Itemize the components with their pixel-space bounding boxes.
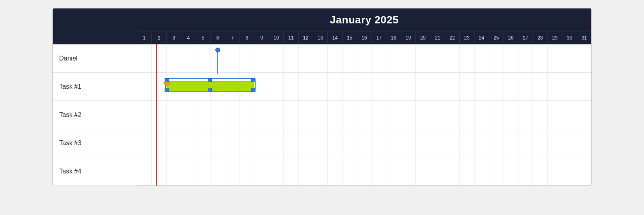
day-cell-2: 2 [152, 31, 166, 44]
day-cell-26: 26 [504, 31, 518, 44]
grid-cell-r1-d11 [284, 73, 298, 100]
day-cell-11: 11 [284, 31, 298, 44]
grid-cell-r3-d1 [137, 129, 152, 157]
grid-cell-r1-d1 [137, 73, 152, 100]
grid-cell-r0-d8 [240, 44, 254, 72]
grid-cell-r2-d31 [577, 101, 591, 129]
grid-cell-r3-d4 [181, 129, 196, 157]
grid-cell-r4-d18 [386, 157, 401, 185]
grid-cell-r4-d20 [416, 157, 430, 185]
day-cell-9: 9 [254, 31, 269, 44]
label-row-0: Daniel [53, 44, 137, 73]
grid-cell-r4-d7 [225, 157, 240, 185]
grid-cell-r3-d20 [416, 129, 430, 157]
grid-cell-r1-d14 [328, 73, 342, 100]
label-row-4: Task #4 [53, 157, 137, 186]
grid-cell-r0-d17 [372, 44, 386, 72]
grid-cell-r1-d27 [518, 73, 533, 100]
grid-cell-r0-d9 [254, 44, 269, 72]
grid-cell-r0-d15 [343, 44, 357, 72]
grid-cell-r0-d2 [152, 44, 166, 72]
grid-cell-r2-d17 [372, 101, 386, 129]
header-label-spacer [53, 8, 137, 44]
grid-cell-r3-d23 [460, 129, 474, 157]
day-cell-25: 25 [489, 31, 504, 44]
grid-cell-r2-d8 [240, 101, 254, 129]
grid-cell-r4-d1 [137, 157, 152, 185]
grid-cell-r3-d14 [328, 129, 342, 157]
grid-row-0 [137, 44, 591, 73]
grid-cell-r4-d2 [152, 157, 166, 185]
grid-cell-r4-d10 [269, 157, 284, 185]
grid-cell-r2-d19 [401, 101, 416, 129]
grid-cell-r2-d13 [313, 101, 328, 129]
day-cell-19: 19 [401, 31, 416, 44]
grid-cell-r4-d30 [562, 157, 577, 185]
grid-cell-r2-d2 [152, 101, 166, 129]
grid-cell-r0-d25 [489, 44, 504, 72]
sq-left-bottom[interactable] [165, 88, 169, 92]
grid-cell-r2-d30 [562, 101, 577, 129]
sq-mid-bottom[interactable] [208, 88, 212, 92]
grid-cell-r4-d27 [518, 157, 533, 185]
grid-cell-r2-d23 [460, 101, 474, 129]
sq-right-bottom[interactable] [251, 88, 255, 92]
grid-cell-r0-d23 [460, 44, 474, 72]
sq-mid-top[interactable] [208, 78, 212, 82]
gantt-header: January 2025 123456789101112131415161718… [53, 8, 591, 44]
grid-cell-r1-d9 [254, 73, 269, 100]
grid-cell-r4-d9 [254, 157, 269, 185]
grid-cell-r2-d5 [196, 101, 211, 129]
grid-cell-r0-d24 [475, 44, 489, 72]
grid-cell-r2-d1 [137, 101, 152, 129]
grid-cell-r1-d12 [299, 73, 313, 100]
milestone-vertical-line [217, 50, 218, 74]
day-cell-29: 29 [548, 31, 562, 44]
day-cell-31: 31 [577, 31, 591, 44]
label-row-1: Task #1 [53, 73, 137, 101]
month-title: January 2025 [330, 14, 399, 26]
label-row-2: Task #2 [53, 101, 137, 129]
day-cell-28: 28 [533, 31, 547, 44]
sq-right-top[interactable] [251, 78, 255, 82]
grid-cell-r4-d12 [299, 157, 313, 185]
grid-cell-r2-d12 [299, 101, 313, 129]
grid-cell-r1-d28 [533, 73, 547, 100]
grid-cell-r2-d9 [254, 101, 269, 129]
day-cell-30: 30 [562, 31, 577, 44]
grid-cell-r4-d3 [167, 157, 181, 185]
label-column: DanielTask #1Task #2Task #3Task #4 [53, 44, 137, 186]
grid-cell-r1-d30 [562, 73, 577, 100]
grid-cell-r1-d21 [430, 73, 445, 100]
grid-cell-r3-d3 [167, 129, 181, 157]
grid-cell-r4-d13 [313, 157, 328, 185]
grid-cell-r4-d16 [357, 157, 372, 185]
grid-cell-r1-d23 [460, 73, 474, 100]
grid-cell-r0-d1 [137, 44, 152, 72]
grid-cell-r3-d22 [445, 129, 460, 157]
month-title-row: January 2025 [137, 8, 591, 31]
grid-cell-r2-d6 [211, 101, 225, 129]
grid-cell-r3-d16 [357, 129, 372, 157]
grid-row-2 [137, 101, 591, 129]
grid-cell-r4-d14 [328, 157, 342, 185]
grid-cell-r2-d26 [504, 101, 518, 129]
grid-cell-r2-d27 [518, 101, 533, 129]
grid-cell-r1-d19 [401, 73, 416, 100]
grid-cell-r2-d29 [548, 101, 562, 129]
sq-left-top[interactable] [165, 78, 169, 82]
day-cell-17: 17 [372, 31, 386, 44]
grid-cell-r3-d26 [504, 129, 518, 157]
grid-cell-r2-d4 [181, 101, 196, 129]
grid-area[interactable] [137, 44, 591, 186]
grid-cell-r2-d24 [475, 101, 489, 129]
grid-cell-r0-d20 [416, 44, 430, 72]
grid-cell-r0-d30 [562, 44, 577, 72]
grid-cell-r3-d29 [548, 129, 562, 157]
grid-cell-r1-d24 [475, 73, 489, 100]
grid-cell-r0-d18 [386, 44, 401, 72]
grid-cell-r4-d21 [430, 157, 445, 185]
day-cell-14: 14 [328, 31, 342, 44]
grid-cell-r0-d31 [577, 44, 591, 72]
grid-cell-r2-d10 [269, 101, 284, 129]
